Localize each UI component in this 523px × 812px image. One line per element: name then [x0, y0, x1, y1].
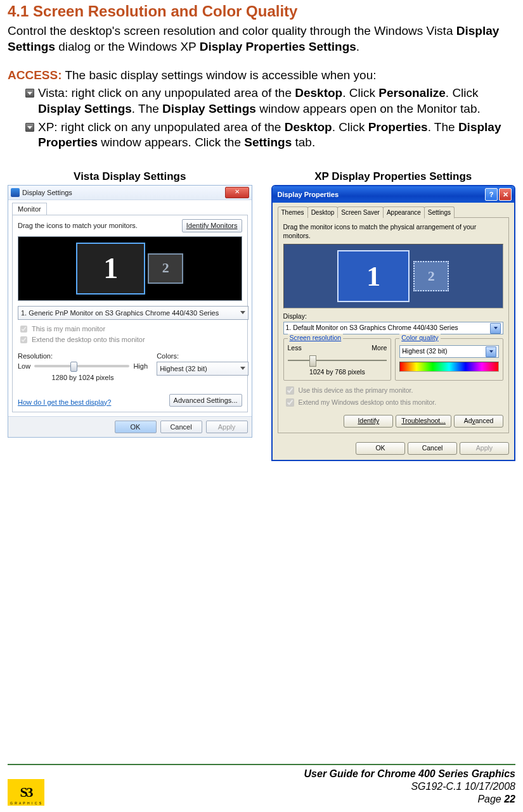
window-icon [11, 188, 20, 197]
bullet-list: Vista: right click on any unpopulated ar… [8, 86, 515, 151]
logo-text: S3 [20, 783, 32, 802]
monitor-1-icon[interactable]: 1 [337, 250, 410, 302]
tab-settings[interactable]: Settings [424, 206, 455, 219]
slider-thumb[interactable] [309, 355, 316, 367]
bullet-icon [25, 123, 34, 132]
display-dropdown[interactable]: 1. Generic PnP Monitor on S3 Graphics Ch… [18, 306, 249, 320]
monitor-1-icon[interactable]: 1 [76, 243, 145, 295]
text: window appears. Click the [98, 136, 244, 149]
resolution-label: Resolution: [18, 352, 148, 360]
close-button[interactable]: ✕ [225, 187, 249, 198]
chevron-down-icon [240, 311, 245, 314]
vista-titlebar[interactable]: Display Settings ✕ [8, 186, 252, 200]
group-title: Screen resolution [288, 334, 344, 343]
checkbox-input [286, 398, 294, 407]
monitor-arrangement-area[interactable]: 1 2 [18, 236, 242, 301]
checkbox-label: This is my main monitor [32, 324, 105, 333]
bold-text: Display Properties Settings [200, 40, 356, 53]
bullet-icon [25, 89, 34, 98]
text: . Click [342, 86, 378, 99]
footer-page-number: Page 22 [304, 793, 515, 806]
resolution-slider[interactable] [288, 354, 387, 367]
resolution-value: 1024 by 768 pixels [288, 368, 387, 377]
ok-button[interactable]: OK [356, 442, 405, 455]
vista-panel: Drag the icons to match your monitors. I… [12, 215, 248, 412]
xp-titlebar[interactable]: Display Properties ? ✕ [273, 186, 515, 203]
text: Control the desktop's screen resolution … [8, 24, 456, 37]
text: The basic display settings window is acc… [62, 68, 377, 82]
checkbox-label: Extend the desktop onto this monitor [32, 335, 145, 344]
monitor-arrangement-area[interactable]: 1 2 [283, 244, 504, 308]
instruction-text: Drag the monitor icons to match the phys… [283, 223, 504, 240]
footer-doc-id: SG192-C.1 10/17/2008 [304, 780, 515, 793]
slider-low-label: Low [18, 362, 30, 371]
chevron-down-icon [490, 323, 501, 334]
intro-paragraph: Control the desktop's screen resolution … [8, 23, 515, 54]
colors-dropdown[interactable]: Highest (32 bit) [157, 362, 248, 376]
checkbox-input [20, 336, 27, 343]
cancel-button[interactable]: Cancel [408, 442, 457, 455]
dropdown-value: 1. Default Monitor on S3 Graphics Chrome… [286, 324, 458, 333]
monitor-2-icon[interactable]: 2 [148, 253, 183, 284]
checkbox-label: Use this device as the primary monitor. [299, 386, 413, 395]
footer-text: User Guide for Chrome 400 Series Graphic… [304, 768, 515, 806]
vista-caption: Vista Display Settings [8, 170, 252, 184]
xp-window: Display Properties ? ✕ Themes Desktop Sc… [271, 185, 516, 460]
monitor-2-icon[interactable]: 2 [413, 261, 449, 291]
ok-button[interactable]: OK [115, 421, 157, 433]
tab-monitor[interactable]: Monitor [12, 203, 47, 215]
bold-text: Display Settings [38, 102, 132, 115]
page-footer: S3 G R A P H I C S User Guide for Chrome… [0, 764, 523, 806]
cancel-button[interactable]: Cancel [160, 421, 202, 433]
primary-monitor-checkbox: Use this device as the primary monitor. [283, 384, 504, 396]
display-dropdown[interactable]: 1. Default Monitor on S3 Graphics Chrome… [283, 322, 504, 334]
vista-window: Display Settings ✕ Monitor Drag the icon… [8, 185, 252, 438]
color-quality-group: Color quality Highest (32 bit) [395, 338, 503, 381]
screen-resolution-group: Screen resolution Less More 1024 by 768 … [283, 338, 392, 381]
slider-thumb[interactable] [70, 362, 77, 372]
text: window appears open on the Monitor tab. [256, 102, 481, 115]
text: XP: right click on any unpopulated area … [38, 120, 285, 134]
bold-text: Desktop [295, 86, 342, 99]
color-quality-dropdown[interactable]: Highest (32 bit) [399, 345, 499, 358]
dropdown-value: Highest (32 bit) [402, 347, 447, 356]
text: Vista: right click on any unpopulated ar… [38, 86, 295, 99]
bold-text: Personalize [378, 86, 446, 99]
text: . [356, 40, 359, 53]
tab-appearance[interactable]: Appearance [383, 206, 425, 218]
bold-text: Display Settings [162, 102, 256, 115]
advanced-button[interactable]: Advanced [454, 415, 503, 428]
text: tab. [292, 136, 315, 149]
dropdown-value: Highest (32 bit) [160, 364, 207, 373]
xp-tabrow: Themes Desktop Screen Saver Appearance S… [278, 206, 510, 218]
window-title: Display Settings [22, 188, 72, 197]
advanced-settings-button[interactable]: Advanced Settings... [169, 394, 242, 407]
window-title: Display Properties [278, 190, 339, 199]
help-button[interactable]: ? [485, 188, 498, 201]
tab-themes[interactable]: Themes [278, 206, 308, 218]
footer-divider [8, 764, 515, 765]
list-item: Vista: right click on any unpopulated ar… [8, 86, 515, 117]
main-monitor-checkbox: This is my main monitor [18, 324, 242, 334]
best-display-link[interactable]: How do I get the best display? [18, 398, 111, 407]
identify-button[interactable]: Identify [344, 415, 393, 428]
xp-column: XP Display Properties Settings Display P… [271, 170, 516, 461]
extend-desktop-checkbox: Extend my Windows desktop onto this moni… [283, 396, 504, 409]
color-spectrum-icon [399, 362, 499, 372]
resolution-slider[interactable] [34, 365, 129, 367]
text: . The [132, 102, 162, 115]
identify-monitors-button[interactable]: Identify Monitors [182, 219, 242, 232]
checkbox-label: Extend my Windows desktop onto this moni… [299, 398, 437, 407]
list-item: XP: right click on any unpopulated area … [8, 120, 515, 151]
close-button[interactable]: ✕ [499, 188, 512, 201]
access-label: ACCESS: [8, 68, 62, 82]
chevron-down-icon [486, 346, 496, 357]
display-label: Display: [283, 312, 504, 321]
bold-text: Properties [368, 120, 428, 134]
tab-screen-saver[interactable]: Screen Saver [337, 206, 384, 218]
text: . Click [332, 120, 368, 134]
troubleshoot-button[interactable]: Troubleshoot... [396, 415, 451, 428]
tab-desktop[interactable]: Desktop [307, 206, 339, 218]
xp-body: Themes Desktop Screen Saver Appearance S… [273, 203, 515, 438]
xp-panel: Drag the monitor icons to match the phys… [278, 217, 510, 433]
